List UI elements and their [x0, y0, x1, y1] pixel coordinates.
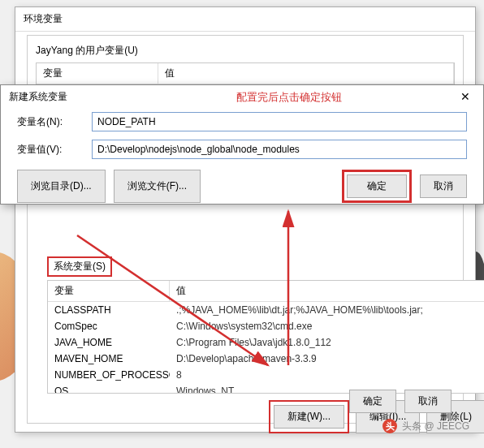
var-name-label: 变量名(N): [17, 115, 82, 129]
var-name-cell: ComSpec [48, 318, 170, 334]
var-value-cell: C:\Program Files\Java\jdk1.8.0_112 [170, 334, 484, 351]
system-vars-table[interactable]: 变量 值 CLASSPATH.;%JAVA_HOME%\lib\dt.jar;%… [47, 280, 484, 394]
table-row[interactable]: CLASSPATH.;%JAVA_HOME%\lib\dt.jar;%JAVA_… [48, 302, 484, 318]
var-name-cell: CLASSPATH [48, 302, 170, 318]
col-value: 值 [170, 281, 484, 301]
var-name-cell: JAVA_HOME [48, 334, 170, 351]
var-value-cell: .;%JAVA_HOME%\lib\dt.jar;%JAVA_HOME%\lib… [170, 302, 484, 318]
close-icon[interactable]: ✕ [452, 88, 478, 105]
col-variable: 变量 [37, 63, 158, 84]
watermark: 头 头条 @ JEECG [382, 419, 469, 433]
table-row[interactable]: ComSpecC:\Windows\system32\cmd.exe [48, 318, 484, 334]
table-row[interactable]: MAVEN_HOMED:\Develop\apache-maven-3.3.9 [48, 351, 484, 367]
dialog-title: 新建系统变量 [9, 90, 67, 104]
watermark-icon: 头 [382, 419, 397, 433]
var-value-cell: 8 [170, 367, 484, 383]
ok-button[interactable]: 确定 [347, 174, 407, 198]
var-value-label: 变量值(V): [17, 143, 82, 157]
user-vars-label: JayYang 的用户变量(U) [28, 36, 463, 62]
browse-dir-button[interactable]: 浏览目录(D)... [17, 170, 106, 203]
environment-variables-dialog: 环境变量 JayYang 的用户变量(U) 变量 值 系统变量(S) 变量 值 … [15, 6, 476, 433]
browse-file-button[interactable]: 浏览文件(F)... [114, 170, 201, 203]
dialog-title: 环境变量 [15, 7, 475, 32]
var-name-input[interactable] [92, 112, 467, 131]
cancel-button[interactable]: 取消 [420, 174, 467, 198]
var-value-input[interactable] [92, 140, 467, 159]
var-value-cell: C:\Windows\system32\cmd.exe [170, 318, 484, 334]
var-name-cell: OS [48, 383, 170, 394]
watermark-text: 头条 @ JEECG [402, 420, 469, 433]
table-row[interactable]: JAVA_HOMEC:\Program Files\Java\jdk1.8.0_… [48, 334, 484, 351]
var-value-cell: D:\Develop\apache-maven-3.3.9 [170, 351, 484, 367]
ok-button[interactable]: 确定 [349, 390, 396, 413]
highlight-box-ok: 确定 [342, 170, 412, 203]
new-system-variable-dialog: 新建系统变量 ✕ 配置完后点击确定按钮 变量名(N): 变量值(V): 浏览目录… [0, 84, 484, 205]
new-button[interactable]: 新建(W)... [274, 405, 344, 429]
system-vars-label: 系统变量(S) [47, 256, 112, 277]
table-row[interactable]: NUMBER_OF_PROCESSORS8 [48, 367, 484, 383]
col-variable: 变量 [48, 281, 170, 301]
var-name-cell: NUMBER_OF_PROCESSORS [48, 367, 170, 383]
col-value: 值 [158, 63, 454, 84]
annotation-text: 配置完后点击确定按钮 [236, 90, 342, 105]
cancel-button[interactable]: 取消 [404, 390, 452, 413]
var-name-cell: MAVEN_HOME [48, 351, 170, 367]
highlight-box-new: 新建(W)... [269, 400, 349, 433]
